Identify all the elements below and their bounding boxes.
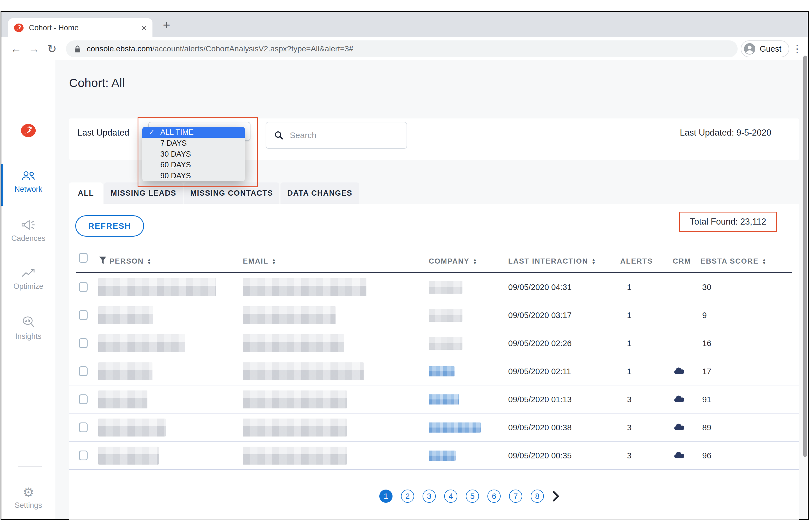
browser-profile-button[interactable]: Guest <box>741 40 789 57</box>
column-header-person[interactable]: PERSON▲▼ <box>110 257 152 266</box>
sidebar-item-label: Optimize <box>1 282 55 291</box>
sidebar-item-label: Cadences <box>1 234 55 243</box>
alerts-value: 1 <box>619 329 639 357</box>
ebsta-score-value: 30 <box>702 273 711 301</box>
table-row: 09/05/2020 03:17 1 9 <box>69 301 799 329</box>
row-checkbox[interactable] <box>79 310 88 320</box>
select-all-checkbox[interactable] <box>79 253 88 263</box>
last-interaction-value: 09/05/2020 01:13 <box>508 385 572 413</box>
tab-missing-leads[interactable]: MISSING LEADS <box>104 182 183 204</box>
column-header-company[interactable]: COMPANY▲▼ <box>429 257 478 266</box>
trend-icon <box>21 268 36 279</box>
last-interaction-value: 09/05/2020 02:11 <box>508 357 571 385</box>
column-header-email[interactable]: EMAIL▲▼ <box>243 257 276 266</box>
email-redacted <box>243 390 347 408</box>
company-link-redacted[interactable] <box>429 423 481 433</box>
search-box[interactable] <box>266 122 407 149</box>
filter-label: Last Updated <box>77 128 129 138</box>
page-button-2[interactable]: 2 <box>401 490 414 503</box>
person-redacted <box>98 390 148 408</box>
company-link-redacted[interactable] <box>429 366 455 377</box>
ebsta-logo-icon <box>20 123 37 138</box>
ebsta-score-value: 96 <box>702 441 711 470</box>
app-root: Network Cadences Optimize <box>1 60 808 519</box>
sidebar-item-settings[interactable]: ⚙ Settings <box>1 486 55 510</box>
alerts-value: 1 <box>619 273 639 301</box>
table-body: 09/05/2020 04:31 1 30 09/05/2020 03:17 1… <box>69 273 799 470</box>
scrollbar[interactable] <box>803 55 807 457</box>
dropdown-option-90-days[interactable]: 90 DAYS <box>142 171 245 181</box>
row-checkbox[interactable] <box>79 394 88 404</box>
sidebar-item-insights[interactable]: Insights <box>1 315 55 341</box>
last-interaction-value: 09/05/2020 00:38 <box>508 413 572 441</box>
refresh-button[interactable]: REFRESH <box>75 215 144 236</box>
browser-tab[interactable]: Cohort - Home × <box>8 18 153 37</box>
forward-icon[interactable]: → <box>26 37 42 60</box>
page-button-7[interactable]: 7 <box>509 490 522 503</box>
last-updated-dropdown-menu: ✓ ALL TIME 7 DAYS 30 DAYS 60 DAYS 90 DAY… <box>142 127 245 181</box>
sidebar-item-cadences[interactable]: Cadences <box>1 219 55 243</box>
person-redacted <box>98 278 216 296</box>
email-redacted <box>243 447 347 465</box>
page-button-1[interactable]: 1 <box>379 490 392 503</box>
alerts-value: 1 <box>619 301 639 329</box>
annotation-box-total-found: Total Found: 23,112 <box>679 212 777 232</box>
tab-all[interactable]: ALL <box>69 182 103 204</box>
dropdown-option-30-days[interactable]: 30 DAYS <box>142 149 245 160</box>
page-button-4[interactable]: 4 <box>444 490 457 503</box>
person-redacted <box>98 306 153 324</box>
page-button-3[interactable]: 3 <box>423 490 436 503</box>
filter-funnel-icon[interactable] <box>99 256 107 265</box>
person-redacted <box>98 334 185 352</box>
page-button-8[interactable]: 8 <box>531 490 544 503</box>
sort-icon: ▲▼ <box>147 258 152 265</box>
row-checkbox[interactable] <box>79 423 88 432</box>
person-redacted <box>98 362 153 380</box>
table-row: 09/05/2020 01:13 3 91 <box>69 385 799 413</box>
reload-icon[interactable]: ↻ <box>44 37 60 60</box>
row-checkbox[interactable] <box>79 338 88 348</box>
sidebar-item-optimize[interactable]: Optimize <box>1 268 55 291</box>
close-tab-icon[interactable]: × <box>141 22 147 33</box>
company-link-redacted[interactable] <box>429 451 456 461</box>
sidebar: Network Cadences Optimize <box>1 60 55 519</box>
company-redacted <box>429 281 463 294</box>
page-button-5[interactable]: 5 <box>466 490 479 503</box>
tab-missing-contacts[interactable]: MISSING CONTACTS <box>184 182 279 204</box>
back-icon[interactable]: ← <box>7 37 24 60</box>
sidebar-item-label: Insights <box>1 332 55 341</box>
last-interaction-value: 09/05/2020 02:26 <box>508 329 572 357</box>
email-redacted <box>243 362 364 380</box>
row-checkbox[interactable] <box>79 451 88 460</box>
person-redacted <box>98 447 159 465</box>
address-bar[interactable]: console.ebsta.com/account/alerts/CohortA… <box>66 40 738 57</box>
dropdown-option-60-days[interactable]: 60 DAYS <box>142 159 245 171</box>
last-interaction-value: 09/05/2020 04:31 <box>508 273 572 301</box>
search-icon <box>274 131 284 140</box>
new-tab-button[interactable]: + <box>159 17 174 33</box>
dropdown-option-7-days[interactable]: 7 DAYS <box>142 138 245 149</box>
column-header-alerts[interactable]: ALERTS <box>620 257 653 266</box>
last-interaction-value: 09/05/2020 03:17 <box>508 301 572 329</box>
page-button-6[interactable]: 6 <box>488 490 501 503</box>
column-header-crm[interactable]: CRM <box>673 257 691 266</box>
search-input[interactable] <box>290 131 397 140</box>
sidebar-item-network[interactable]: Network <box>1 171 55 194</box>
column-header-last-interaction[interactable]: LAST INTERACTION▲▼ <box>508 257 596 266</box>
next-page-chevron-icon[interactable] <box>552 491 559 502</box>
crm-cloud-icon <box>673 367 686 376</box>
page-title: Cohort: All <box>69 76 125 90</box>
tab-data-changes[interactable]: DATA CHANGES <box>280 182 359 204</box>
dropdown-option-all-time[interactable]: ✓ ALL TIME <box>142 127 245 138</box>
column-header-ebsta-score[interactable]: EBSTA SCORE▲▼ <box>701 257 767 266</box>
crm-cloud-icon <box>673 423 686 432</box>
company-link-redacted[interactable] <box>429 394 459 405</box>
table-row: 09/05/2020 00:35 3 96 <box>69 441 799 470</box>
row-checkbox[interactable] <box>79 366 88 376</box>
row-checkbox[interactable] <box>79 282 88 292</box>
browser-menu-icon[interactable]: ⋮ <box>790 41 804 56</box>
last-interaction-value: 09/05/2020 00:35 <box>508 441 572 470</box>
browser-window: Cohort - Home × + ← → ↻ console.ebsta.co… <box>1 11 809 520</box>
total-found-text: Total Found: 23,112 <box>690 217 766 227</box>
sort-icon: ▲▼ <box>592 258 596 265</box>
